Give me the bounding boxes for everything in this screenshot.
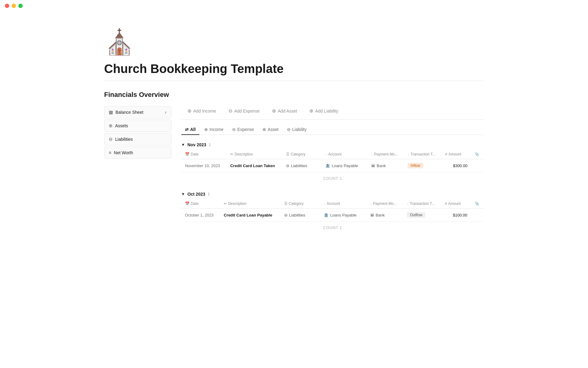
add-liability-icon: ⊕ [309, 108, 313, 114]
amount-hash-icon: # [445, 152, 447, 156]
sidebar-item-balance-sheet[interactable]: ▦ Balance Sheet ∨ [104, 106, 172, 118]
main-container: ⛪ Church Bookkeeping Template Financials… [80, 12, 508, 259]
calendar-icon: 📅 [185, 152, 190, 156]
add-asset-button[interactable]: ⊕ Add Asset [266, 106, 303, 116]
tab-expense[interactable]: ⊖ Expense [228, 125, 258, 135]
col-header-date-oct[interactable]: 📅 Date [181, 199, 220, 209]
filter-tabs: ⇄ All ⊕ Income ⊖ Expense ⊕ Asset ⊖ Lia [181, 125, 484, 135]
cell-acct-nov-row1: 🏦 Loans Payable [322, 159, 368, 172]
group-label-oct: Oct 2023 [187, 192, 205, 197]
sidebar-label-liabilities: Liabilities [115, 137, 133, 142]
add-expense-button[interactable]: ⊖ Add Expense [222, 106, 266, 116]
sidebar: ▦ Balance Sheet ∨ ⊕ Assets ⊖ Liabilities… [104, 106, 172, 159]
col-header-category[interactable]: ☰ Category [282, 150, 322, 159]
sidebar-label-net-worth: Net Worth [114, 150, 133, 155]
col-header-amount[interactable]: # Amount [442, 150, 471, 159]
amount-hash-icon-oct: # [445, 201, 447, 206]
cell-desc-oct-row1: Credit Card Loan Payable [220, 209, 281, 222]
count-row-nov: COUNT 1 [181, 172, 484, 185]
tab-asset-icon: ⊕ [262, 127, 266, 132]
tab-liability-icon: ⊖ [287, 127, 291, 132]
sidebar-label-balance-sheet: Balance Sheet [115, 110, 143, 115]
add-expense-label: Add Expense [234, 109, 260, 113]
col-header-acct-oct[interactable]: ↓ Account [320, 199, 366, 209]
action-bar: ⊕ Add Income ⊖ Add Expense ⊕ Add Asset ⊕… [181, 106, 484, 120]
category-icon-oct: ☰ [284, 201, 288, 206]
bank-icon: 🏦 [325, 163, 330, 168]
add-expense-icon: ⊖ [228, 108, 232, 114]
col-header-txn-oct[interactable]: ↓ Transaction T... [403, 199, 441, 209]
table-row[interactable]: November 10, 2023 Credit Card Loan Taken… [181, 159, 484, 172]
count-label-oct: COUNT 1 [181, 222, 484, 234]
cell-date-nov-row1: November 10, 2023 [181, 159, 227, 172]
col-header-payment[interactable]: ↕ Payment Mo... [368, 150, 404, 159]
cell-attach-nov-row1 [471, 159, 484, 172]
cell-date-oct-row1: October 1, 2023 [181, 209, 220, 222]
window-chrome [0, 0, 588, 12]
cell-payment-nov-row1: 🏛 Bank [368, 159, 404, 172]
col-header-description[interactable]: ✏ Description [227, 150, 282, 159]
cell-attach-oct-row1 [471, 209, 484, 222]
tab-income-label: Income [209, 127, 224, 132]
cell-txn-nov-row1: Inflow [404, 159, 442, 172]
tab-income-icon: ⊕ [204, 127, 208, 132]
sidebar-item-assets[interactable]: ⊕ Assets [104, 120, 172, 132]
content-area: ▦ Balance Sheet ∨ ⊕ Assets ⊖ Liabilities… [104, 106, 484, 241]
church-icon: ⛪ [104, 30, 484, 55]
table-oct-2023: 📅 Date ✏ Description [181, 199, 484, 234]
group-oct-2023: ▼ Oct 2023 1 📅 Date [181, 192, 484, 234]
col-header-transaction[interactable]: ↓ Transaction T... [404, 150, 442, 159]
cell-acct-oct-row1: 🏦 Loans Payable [320, 209, 366, 222]
cell-amount-nov-row1: $300.00 [442, 159, 471, 172]
category-icon: ☰ [286, 152, 289, 156]
col-header-desc-oct[interactable]: ✏ Description [220, 199, 281, 209]
sidebar-item-liabilities[interactable]: ⊖ Liabilities [104, 133, 172, 145]
cell-cat-nov-row1: ⊖ Liabilities [282, 159, 322, 172]
section-heading: Financials Overview [104, 91, 484, 99]
tab-all[interactable]: ⇄ All [181, 125, 199, 135]
tab-liability[interactable]: ⊖ Liability [283, 125, 310, 135]
tab-expense-label: Expense [237, 127, 254, 132]
tab-all-label: All [190, 127, 196, 132]
col-header-payment-oct[interactable]: ↕ Payment Mo... [367, 199, 403, 209]
table-header-row-nov: 📅 Date ✏ Description [181, 150, 484, 159]
category-type-icon: ⊖ [286, 163, 289, 168]
add-asset-icon: ⊕ [272, 108, 276, 114]
tab-income[interactable]: ⊕ Income [201, 125, 227, 135]
count-label-nov: COUNT 1 [181, 172, 484, 185]
table-nov-2023: 📅 Date ✏ Description [181, 150, 484, 184]
tab-all-icon: ⇄ [185, 127, 189, 132]
pencil-icon: ✏ [230, 152, 233, 156]
col-header-attach[interactable]: 📎 [471, 150, 484, 159]
add-income-button[interactable]: ⊕ Add Income [181, 106, 222, 116]
col-header-date[interactable]: 📅 Date [181, 150, 227, 159]
bank-icon-oct: 🏦 [324, 213, 329, 217]
minimize-button[interactable] [12, 4, 16, 8]
title-divider [104, 81, 484, 81]
sidebar-item-net-worth[interactable]: ≡ Net Worth [104, 147, 172, 159]
chevron-down-icon: ∨ [164, 110, 167, 114]
balance-sheet-icon: ▦ [109, 109, 113, 115]
col-header-cat-oct[interactable]: ☰ Category [281, 199, 320, 209]
table-header-row-oct: 📅 Date ✏ Description [181, 199, 484, 209]
group-header-nov-2023[interactable]: ▼ Nov 2023 1 [181, 142, 484, 147]
maximize-button[interactable] [18, 4, 23, 8]
cell-txn-oct-row1: Outflow [403, 209, 441, 222]
close-button[interactable] [5, 4, 9, 8]
add-income-icon: ⊕ [187, 108, 191, 114]
tab-asset[interactable]: ⊕ Asset [259, 125, 282, 135]
group-count-nov: 1 [209, 143, 211, 147]
table-row[interactable]: October 1, 2023 Credit Card Loan Payable… [181, 209, 484, 222]
tab-asset-label: Asset [268, 127, 278, 132]
payment-sort-icon-oct: ↕ [370, 202, 372, 205]
account-sort-icon-oct: ↓ [324, 202, 326, 205]
cell-payment-oct-row1: 🏛 Bank [367, 209, 403, 222]
col-header-amount-oct[interactable]: # Amount [441, 199, 471, 209]
group-header-oct-2023[interactable]: ▼ Oct 2023 1 [181, 192, 484, 197]
transaction-sort-icon-oct: ↓ [407, 202, 409, 205]
col-header-attach-oct[interactable]: 📎 [471, 199, 484, 209]
add-income-label: Add Income [193, 109, 216, 113]
col-header-account[interactable]: ↓ Account [322, 150, 368, 159]
add-liability-button[interactable]: ⊕ Add Liability [303, 106, 345, 116]
app-icon: ⛪ [104, 30, 484, 55]
